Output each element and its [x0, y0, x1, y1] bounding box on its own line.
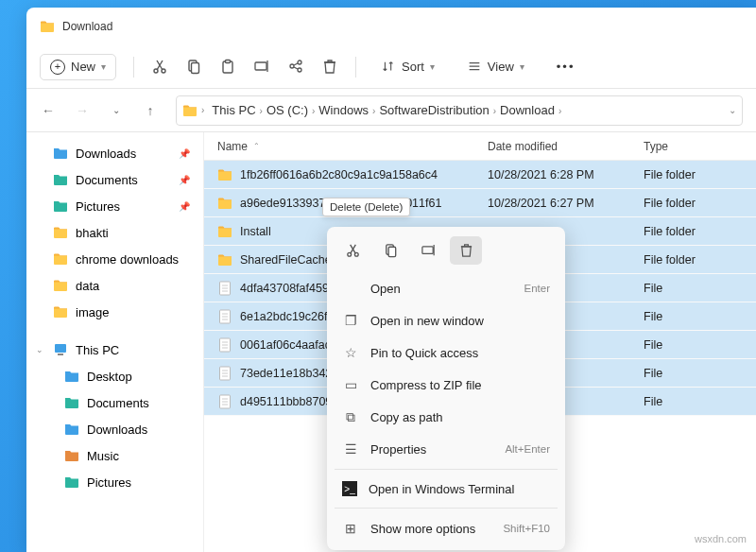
navigation-row: ← → ⌄ ↑ › This PC›OS (C:)›Windows›Softwa… [26, 89, 756, 132]
ctx-delete-button[interactable] [450, 236, 482, 265]
file-icon [217, 281, 232, 296]
column-name[interactable]: Name⌃ [204, 140, 488, 153]
menu-item-label: Pin to Quick access [370, 346, 478, 360]
sidebar-item[interactable]: image [26, 299, 203, 325]
view-button[interactable]: View ▾ [459, 55, 532, 79]
menu-accelerator: Alt+Enter [505, 443, 550, 455]
file-type: File folder [644, 168, 756, 181]
sidebar-item-label: data [76, 279, 99, 293]
menu-item[interactable]: ☆Pin to Quick access [333, 336, 559, 369]
sidebar-item-label: bhakti [76, 226, 109, 240]
file-icon [217, 309, 232, 324]
path-icon: ⧉ [342, 408, 359, 425]
menu-item[interactable]: ☰PropertiesAlt+Enter [333, 433, 559, 465]
props-icon: ☰ [342, 440, 359, 457]
file-type: File [644, 282, 756, 295]
folder-icon [53, 172, 68, 187]
address-bar[interactable]: › This PC›OS (C:)›Windows›SoftwareDistri… [176, 95, 743, 126]
breadcrumb-segment[interactable]: OS (C:) [263, 101, 312, 119]
sidebar-item[interactable]: chrome downloads [26, 246, 203, 272]
folder-icon [64, 395, 79, 410]
sidebar-item-thispc[interactable]: ⌄ This PC [26, 336, 203, 363]
recent-button[interactable]: ⌄ [108, 105, 125, 115]
separator [133, 57, 134, 78]
forward-button[interactable]: → [74, 103, 91, 118]
copy-button[interactable] [185, 59, 202, 76]
file-type: File folder [644, 253, 756, 267]
sort-button[interactable]: Sort ▾ [373, 55, 442, 79]
menu-item[interactable]: ⊞Show more optionsShift+F10 [333, 512, 559, 544]
file-icon [217, 394, 232, 409]
file-row[interactable]: 1fb26ff0616a6b2c80c9a1c9a158a6c410/28/20… [204, 161, 756, 189]
menu-item[interactable]: ▭Compress to ZIP file [333, 369, 559, 401]
file-type: File folder [644, 225, 756, 238]
delete-button[interactable] [321, 59, 338, 76]
folder-icon [53, 278, 68, 293]
sidebar-item[interactable]: Desktop [26, 363, 203, 389]
chevron-right-icon: › [558, 106, 561, 116]
sidebar-item[interactable]: Documents [26, 389, 203, 416]
sidebar-item[interactable]: data [26, 272, 203, 299]
sidebar-item-label: Downloads [76, 147, 136, 161]
new-label: New [71, 60, 95, 74]
context-mini-toolbar [333, 233, 559, 272]
column-type[interactable]: Type [644, 140, 756, 153]
breadcrumb-segment[interactable]: Windows [315, 101, 372, 119]
up-button[interactable]: ↑ [142, 103, 159, 118]
file-row[interactable]: a96ede9133937af1ca9e872c5c011f6110/28/20… [204, 189, 756, 217]
chevron-down-icon: ▾ [520, 61, 524, 72]
pin-icon: 📌 [179, 148, 190, 159]
file-type: File folder [644, 197, 756, 210]
cut-button[interactable] [151, 59, 168, 76]
file-date: 10/28/2021 6:27 PM [488, 197, 644, 210]
more-button[interactable]: ••• [549, 55, 583, 78]
sidebar-item[interactable]: Downloads📌 [26, 140, 203, 166]
menu-item-label: Copy as path [370, 410, 443, 424]
context-menu: OpenEnter❐Open in new window☆Pin to Quic… [327, 227, 565, 550]
sidebar-item[interactable]: bhakti [26, 219, 203, 246]
ctx-cut-button[interactable] [336, 236, 369, 265]
sidebar-item[interactable]: Pictures📌 [26, 193, 203, 219]
paste-button[interactable] [219, 59, 236, 76]
sidebar-item-label: Documents [76, 173, 138, 187]
chevron-down-icon[interactable]: ⌄ [729, 105, 736, 115]
menu-accelerator: Shift+F10 [503, 523, 550, 534]
sidebar-item[interactable]: Documents📌 [26, 166, 203, 193]
sidebar-item[interactable]: Music [26, 442, 203, 469]
folder-icon [40, 19, 55, 34]
menu-item[interactable]: ⧉Copy as path [333, 401, 559, 433]
ctx-copy-button[interactable] [374, 236, 406, 265]
new-button[interactable]: + New ▾ [40, 54, 116, 80]
menu-item[interactable]: >_Open in Windows Terminal [333, 474, 559, 504]
window-title: Download [62, 20, 112, 33]
pin-icon: 📌 [179, 175, 190, 185]
folder-icon [53, 146, 68, 161]
delete-tooltip: Delete (Delete) [322, 198, 410, 216]
sidebar-item[interactable]: Downloads [26, 416, 203, 442]
menu-item-label: Open in Windows Terminal [369, 482, 514, 496]
column-date[interactable]: Date modified [488, 140, 644, 153]
share-button[interactable] [287, 59, 304, 76]
navigation-pane[interactable]: Downloads📌Documents📌Pictures📌bhaktichrom… [26, 132, 204, 552]
sidebar-item-label: Pictures [87, 475, 131, 490]
back-button[interactable]: ← [40, 103, 57, 118]
menu-item[interactable]: OpenEnter [333, 272, 559, 304]
view-label: View [488, 60, 514, 74]
menu-item[interactable]: ❐Open in new window [333, 304, 559, 336]
rename-button[interactable] [253, 59, 270, 76]
toolbar: + New ▾ Sort ▾ View ▾ ••• [26, 45, 756, 89]
ctx-rename-button[interactable] [412, 236, 444, 265]
sidebar-item-label: Music [87, 449, 119, 463]
sidebar-item-label: This PC [76, 343, 119, 357]
sidebar-item[interactable]: Pictures [26, 469, 203, 495]
breadcrumb-segment[interactable]: This PC [208, 101, 259, 119]
sort-indicator-icon: ⌃ [253, 142, 260, 150]
breadcrumb-segment[interactable]: Download [496, 101, 558, 119]
sort-icon [381, 60, 396, 75]
breadcrumb-segment[interactable]: SoftwareDistribution [375, 101, 492, 119]
folder-icon [64, 422, 79, 437]
sidebar-item-label: chrome downloads [76, 252, 179, 267]
sidebar-item-label: Pictures [76, 199, 120, 214]
view-icon [467, 60, 482, 75]
pin-icon: 📌 [179, 201, 190, 212]
